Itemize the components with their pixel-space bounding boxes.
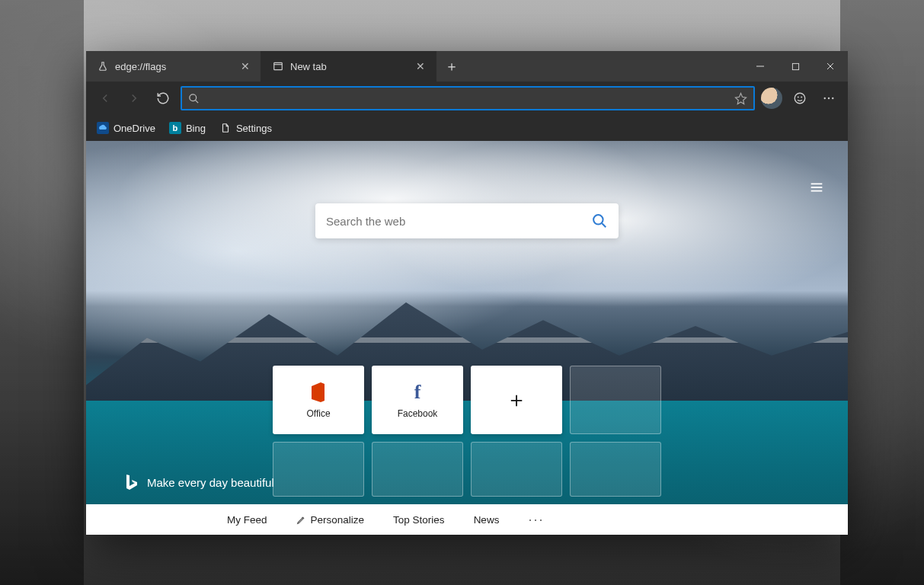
office-icon — [309, 381, 328, 404]
search-icon[interactable] — [591, 213, 608, 229]
tile-placeholder[interactable] — [570, 442, 661, 497]
browser-window: edge://flags ✕ New tab ✕ ＋ — [86, 51, 848, 535]
favorite-star-button[interactable] — [734, 92, 747, 105]
more-menu-button[interactable] — [817, 87, 840, 110]
close-tab-button[interactable]: ✕ — [413, 57, 428, 75]
favorite-bing[interactable]: b Bing — [169, 122, 206, 134]
tile-placeholder[interactable] — [570, 366, 661, 434]
svg-point-5 — [801, 97, 802, 98]
profile-avatar[interactable] — [761, 88, 782, 109]
feed-tab-top-stories[interactable]: Top Stories — [393, 514, 445, 526]
feed-label: Personalize — [311, 514, 365, 526]
search-icon — [188, 93, 200, 104]
navigation-bar — [86, 82, 848, 115]
refresh-button[interactable] — [152, 87, 174, 110]
plus-icon: ＋ — [506, 388, 527, 411]
page-icon — [272, 60, 284, 72]
tab-label: edge://flags — [115, 61, 166, 72]
forward-button[interactable] — [123, 87, 145, 110]
favorites-bar: OneDrive b Bing Settings — [86, 115, 848, 141]
address-input[interactable] — [206, 92, 728, 104]
svg-rect-0 — [274, 62, 283, 69]
web-search-box[interactable] — [315, 203, 619, 238]
tile-label: Office — [306, 408, 330, 419]
bing-tagline-text: Make every day beautiful — [147, 476, 274, 489]
favorite-label: Bing — [186, 123, 206, 134]
close-tab-button[interactable]: ✕ — [238, 57, 253, 75]
svg-point-3 — [795, 93, 805, 104]
back-button[interactable] — [94, 87, 117, 110]
favorite-onedrive[interactable]: OneDrive — [97, 122, 155, 134]
tile-placeholder[interactable] — [372, 442, 463, 497]
svg-point-7 — [828, 98, 830, 99]
feed-more-button[interactable]: ··· — [528, 512, 544, 528]
feed-tab-news[interactable]: News — [474, 514, 500, 526]
maximize-button[interactable] — [778, 51, 813, 82]
feed-bar: My Feed Personalize Top Stories News ··· — [86, 504, 848, 535]
bing-icon: b — [169, 122, 181, 134]
feedback-button[interactable] — [788, 87, 811, 110]
quick-links-row-1: Office f Facebook ＋ — [273, 366, 661, 434]
page-icon — [219, 122, 232, 134]
close-window-button[interactable] — [813, 51, 848, 82]
svg-point-9 — [593, 215, 603, 224]
bing-icon — [124, 474, 138, 491]
svg-rect-1 — [792, 63, 798, 69]
facebook-icon: f — [414, 381, 421, 404]
tile-office[interactable]: Office — [273, 366, 364, 434]
tile-label: Facebook — [398, 408, 438, 419]
tab-label: New tab — [290, 61, 327, 72]
add-tile-button[interactable]: ＋ — [471, 366, 562, 434]
web-search-input[interactable] — [326, 215, 591, 228]
feed-label: Top Stories — [393, 514, 445, 526]
onedrive-icon — [97, 122, 109, 134]
feed-tab-personalize[interactable]: Personalize — [296, 514, 365, 526]
minimize-button[interactable] — [743, 51, 778, 82]
favorite-label: OneDrive — [114, 123, 155, 134]
tile-placeholder[interactable] — [471, 442, 562, 497]
tile-facebook[interactable]: f Facebook — [372, 366, 463, 434]
flask-icon — [97, 60, 109, 72]
address-bar[interactable] — [181, 86, 755, 110]
svg-point-6 — [824, 98, 826, 99]
tab-edge-flags[interactable]: edge://flags ✕ — [86, 51, 261, 82]
tile-placeholder[interactable] — [273, 442, 364, 497]
favorite-settings[interactable]: Settings — [219, 122, 272, 134]
window-controls — [743, 51, 848, 82]
new-tab-page: Office f Facebook ＋ Make every day beaut… — [86, 141, 848, 535]
page-settings-button[interactable] — [808, 179, 825, 196]
svg-point-4 — [798, 97, 798, 98]
quick-links-row-2 — [273, 442, 661, 497]
tab-new-tab[interactable]: New tab ✕ — [261, 51, 436, 82]
feed-label: News — [474, 514, 500, 526]
pencil-icon — [296, 515, 306, 525]
svg-point-8 — [832, 98, 833, 99]
bing-tagline[interactable]: Make every day beautiful — [124, 474, 274, 491]
tab-bar: edge://flags ✕ New tab ✕ ＋ — [86, 51, 848, 82]
feed-label: My Feed — [227, 514, 267, 526]
favorite-label: Settings — [236, 123, 272, 134]
svg-point-2 — [190, 94, 197, 101]
new-tab-button[interactable]: ＋ — [436, 51, 467, 82]
feed-tab-my-feed[interactable]: My Feed — [227, 514, 267, 526]
